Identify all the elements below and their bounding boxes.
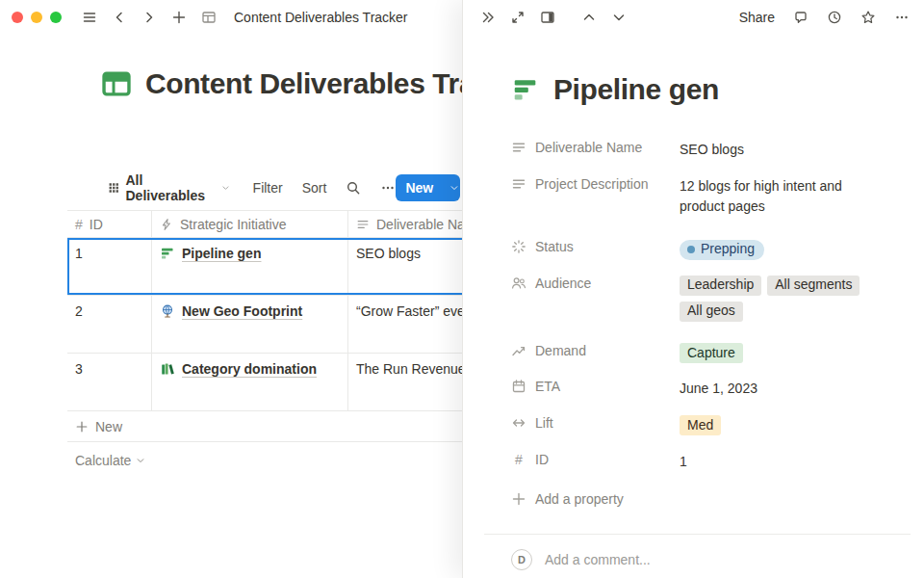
cell-deliverable-name[interactable]: “Grow Faster” eve <box>348 296 462 353</box>
filter-button[interactable]: Filter <box>253 180 283 196</box>
property-label[interactable]: # ID <box>511 452 680 467</box>
new-record-button[interactable]: New <box>396 180 443 196</box>
add-property-label: Add a property <box>535 491 624 507</box>
property-label[interactable]: Project Description <box>511 176 680 192</box>
close-window-button[interactable] <box>12 12 23 23</box>
breadcrumb-title[interactable]: Content Deliverables Tracker <box>234 10 408 25</box>
favorite-button[interactable] <box>860 10 876 25</box>
next-record-button[interactable] <box>608 7 629 28</box>
property-value[interactable]: Leadership All segments All geos <box>680 274 882 322</box>
minimize-window-button[interactable] <box>31 12 42 23</box>
property-value[interactable]: June 1, 2023 <box>680 377 882 400</box>
cell-strategic-initiative[interactable]: New Geo Footprint <box>152 296 348 353</box>
add-property-button[interactable]: Add a property <box>511 486 891 512</box>
page-title[interactable]: Content Deliverables Tracker <box>145 67 462 100</box>
updates-button[interactable] <box>827 10 842 25</box>
property-label[interactable]: Lift <box>511 415 680 431</box>
share-button[interactable]: Share <box>739 10 775 25</box>
books-icon <box>160 361 175 377</box>
property-value[interactable]: Med <box>680 413 882 436</box>
hash-icon: # <box>511 452 526 467</box>
prev-record-button[interactable] <box>578 7 600 28</box>
new-page-button[interactable] <box>168 7 190 28</box>
record-title[interactable]: Pipeline gen <box>553 73 719 106</box>
sidebar-menu-button[interactable] <box>79 7 100 28</box>
page-link[interactable]: Category domination <box>182 361 317 377</box>
new-row-button[interactable]: New <box>67 411 462 442</box>
cell-strategic-initiative[interactable]: Pipeline gen <box>152 238 348 295</box>
property-row-audience: Audience Leadership All segments All geo… <box>511 267 891 328</box>
bar-chart-icon <box>160 246 175 261</box>
search-button[interactable] <box>346 180 361 196</box>
divider <box>484 534 911 535</box>
arrows-horizontal-icon <box>511 415 526 431</box>
property-row-status: Status Prepping <box>511 230 891 267</box>
view-toolbar: All Deliverables Filter Sort New <box>0 173 460 202</box>
property-value[interactable]: SEO blogs <box>680 138 882 161</box>
comments-button[interactable] <box>793 10 808 25</box>
cell-deliverable-name[interactable]: SEO blogs <box>348 238 462 295</box>
table-row[interactable]: 1 Pipeline gen SEO blogs <box>67 238 462 296</box>
column-header-deliverable-name[interactable]: Deliverable Name <box>348 211 462 237</box>
column-header-strategic-initiative[interactable]: Strategic Initiative <box>152 211 348 237</box>
new-record-split-button: New <box>396 174 460 201</box>
page-link[interactable]: Pipeline gen <box>182 246 261 261</box>
view-options-button[interactable] <box>380 180 396 196</box>
property-label[interactable]: Demand <box>511 343 680 358</box>
property-label[interactable]: Status <box>511 239 680 254</box>
property-value[interactable]: Capture <box>680 341 882 364</box>
cell-deliverable-name[interactable]: The Run Revenue S <box>348 354 462 410</box>
tag-pill[interactable]: All geos <box>680 302 743 322</box>
avatar: D <box>511 549 532 570</box>
trend-chart-icon <box>511 343 526 358</box>
status-dot-icon <box>687 246 695 253</box>
tag-pill[interactable]: Med <box>680 415 721 435</box>
record-title-block: Pipeline gen <box>511 73 886 106</box>
property-value[interactable]: 1 <box>680 450 882 473</box>
column-header-id[interactable]: # ID <box>67 211 152 237</box>
property-row-lift: Lift Med <box>511 407 891 443</box>
property-row-project-description: Project Description 12 blogs for high in… <box>511 168 891 224</box>
table-view-icon <box>108 181 120 195</box>
comment-input[interactable]: Add a comment... <box>545 552 651 567</box>
table-row[interactable]: 3 Category domination The Run Revenue S <box>67 354 462 411</box>
property-row-eta: ETA June 1, 2023 <box>511 370 891 407</box>
plus-icon <box>75 420 89 434</box>
tag-pill[interactable]: Capture <box>680 343 743 363</box>
plus-icon <box>171 10 187 25</box>
property-label[interactable]: Deliverable Name <box>511 140 680 155</box>
property-label[interactable]: Audience <box>511 276 680 291</box>
table-row[interactable]: 2 New Geo Footprint “Grow Faster” eve <box>67 296 462 354</box>
property-value[interactable]: 12 blogs for high intent and product pag… <box>680 174 882 218</box>
page-link[interactable]: New Geo Footprint <box>182 303 302 319</box>
cell-id[interactable]: 2 <box>67 296 152 353</box>
open-in-side-panel-button[interactable] <box>537 7 558 28</box>
property-value[interactable]: Prepping <box>680 237 882 260</box>
close-peek-button[interactable] <box>477 7 499 28</box>
calculate-button[interactable]: Calculate <box>67 453 145 468</box>
view-switcher[interactable]: All Deliverables <box>108 172 230 203</box>
database-icon[interactable] <box>100 67 133 100</box>
calendar-icon <box>511 379 526 394</box>
more-button[interactable] <box>894 10 910 25</box>
tag-pill[interactable]: Leadership <box>680 276 761 296</box>
property-row-deliverable-name: Deliverable Name SEO blogs <box>511 131 891 168</box>
cell-strategic-initiative[interactable]: Category domination <box>152 354 348 410</box>
chevron-down-icon <box>221 183 230 193</box>
expand-page-button[interactable] <box>507 7 528 28</box>
tag-pill[interactable]: All segments <box>767 276 860 296</box>
doc-table-icon <box>198 7 219 28</box>
property-label[interactable]: ETA <box>511 379 680 394</box>
zoom-window-button[interactable] <box>50 12 62 23</box>
cell-id[interactable]: 3 <box>67 354 152 410</box>
sort-button[interactable]: Sort <box>302 180 327 196</box>
chevron-down-icon <box>611 10 627 25</box>
status-icon <box>511 239 526 254</box>
nav-forward-button[interactable] <box>139 7 160 28</box>
status-pill[interactable]: Prepping <box>680 240 764 260</box>
cell-id[interactable]: 1 <box>67 238 152 295</box>
bar-chart-icon[interactable] <box>511 75 540 104</box>
new-record-dropdown[interactable] <box>443 183 460 193</box>
main-pane: Content Deliverables Tracker Content Del… <box>0 0 462 578</box>
nav-back-button[interactable] <box>109 7 130 28</box>
